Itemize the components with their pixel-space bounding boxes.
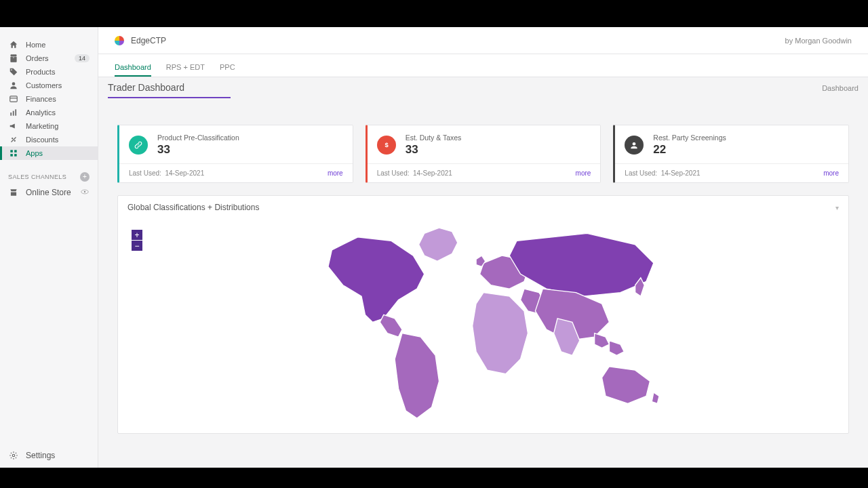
channel-label: Online Store <box>26 188 71 197</box>
map-body: + − <box>118 219 848 433</box>
link-icon <box>129 136 148 155</box>
sidebar-item-online-store[interactable]: Online Store <box>0 186 98 199</box>
card-value: 22 <box>653 143 726 157</box>
tab-rps-edt[interactable]: RPS + EDT <box>166 63 205 77</box>
svg-point-8 <box>12 138 13 139</box>
sidebar-item-label: Discounts <box>26 136 90 144</box>
svg-point-15 <box>84 190 85 192</box>
add-channel-button[interactable]: + <box>80 172 90 182</box>
svg-point-3 <box>12 82 16 85</box>
sidebar-item-label: Apps <box>26 149 90 157</box>
breadcrumb[interactable]: Dashboard <box>822 84 859 92</box>
card-value: 33 <box>157 143 239 157</box>
zoom-out-button[interactable]: − <box>132 241 142 251</box>
settings-label: Settings <box>26 451 55 460</box>
svg-point-16 <box>12 454 15 457</box>
sidebar-nav: Home Orders 14 Products Customers Financ… <box>0 27 98 443</box>
sidebar-item-apps[interactable]: Apps <box>0 146 98 160</box>
sidebar-item-settings[interactable]: Settings <box>0 443 98 468</box>
sidebar-item-orders[interactable]: Orders 14 <box>0 52 98 65</box>
orders-icon <box>8 53 19 64</box>
app-name: EdgeCTP <box>131 36 166 45</box>
sidebar-item-label: Analytics <box>26 108 90 117</box>
svg-text:$: $ <box>384 142 389 148</box>
svg-point-2 <box>11 69 12 70</box>
main: EdgeCTP by Morgan Goodwin Dashboard RPS … <box>98 27 868 468</box>
sidebar-item-label: Finances <box>26 95 90 103</box>
sidebar-item-discounts[interactable]: Discounts <box>0 133 98 146</box>
sidebar-item-customers[interactable]: Customers <box>0 79 98 92</box>
card-title: Est. Duty & Taxes <box>406 134 462 142</box>
svg-rect-6 <box>13 111 14 116</box>
sidebar-item-finances[interactable]: Finances <box>0 92 98 106</box>
view-store-icon[interactable] <box>80 187 90 199</box>
app-logo-icon <box>115 36 124 45</box>
sidebar-item-home[interactable]: Home <box>0 38 98 52</box>
card-product-pre-classification: Product Pre-Classification 33 Last Used:… <box>117 125 353 183</box>
sidebar-item-label: Products <box>26 68 90 76</box>
app-byline: by Morgan Goodwin <box>785 37 852 45</box>
svg-rect-7 <box>15 109 16 115</box>
map-panel: Global Classifications + Distributions ▾… <box>117 195 849 434</box>
section-header-label: SALES CHANNELS <box>8 174 66 180</box>
store-icon <box>8 187 19 198</box>
orders-badge: 14 <box>75 54 90 62</box>
person-icon <box>8 80 19 91</box>
sidebar-item-label: Home <box>26 41 90 49</box>
card-last-used: Last Used: 14-Sep-2021 <box>377 169 452 177</box>
svg-rect-4 <box>10 96 18 102</box>
svg-point-18 <box>633 142 636 146</box>
apps-icon <box>8 148 19 159</box>
sidebar-item-analytics[interactable]: Analytics <box>0 106 98 119</box>
finance-icon <box>8 94 19 104</box>
sidebar-item-label: Orders <box>26 54 75 62</box>
card-est-duty-taxes: $ Est. Duty & Taxes 33 Last Used: 14-Sep… <box>366 125 601 183</box>
gear-icon <box>8 450 19 461</box>
svg-rect-12 <box>10 154 13 157</box>
zoom-controls: + − <box>132 230 142 251</box>
card-value: 33 <box>406 143 462 157</box>
card-last-used: Last Used: 14-Sep-2021 <box>129 169 204 177</box>
map-title: Global Classifications + Distributions <box>127 203 259 212</box>
card-more-link[interactable]: more <box>576 169 591 177</box>
svg-rect-5 <box>10 113 12 116</box>
sidebar-item-label: Customers <box>26 81 90 89</box>
dollar-icon: $ <box>377 136 396 155</box>
tab-ppc[interactable]: PPC <box>220 63 235 77</box>
collapse-icon[interactable]: ▾ <box>835 204 839 211</box>
card-rest-party-screenings: Rest. Party Screenings 22 Last Used: 14-… <box>613 125 849 183</box>
discount-icon <box>8 134 19 145</box>
sidebar-item-marketing[interactable]: Marketing <box>0 119 98 133</box>
page-title-row: Trader Dashboard Dashboard <box>98 77 868 99</box>
svg-rect-10 <box>10 150 13 152</box>
card-title: Rest. Party Screenings <box>653 134 726 142</box>
app-viewport: Home Orders 14 Products Customers Financ… <box>0 27 868 468</box>
map-header: Global Classifications + Distributions ▾ <box>118 196 848 219</box>
tab-dashboard[interactable]: Dashboard <box>115 63 151 77</box>
page-title: Trader Dashboard <box>108 78 231 98</box>
tag-icon <box>8 66 19 77</box>
cards-row: Product Pre-Classification 33 Last Used:… <box>98 108 868 183</box>
card-title: Product Pre-Classification <box>157 134 239 142</box>
svg-point-9 <box>14 140 16 142</box>
card-more-link[interactable]: more <box>328 169 343 177</box>
svg-rect-11 <box>14 150 17 152</box>
content: Product Pre-Classification 33 Last Used:… <box>98 99 868 468</box>
sidebar-item-label: Marketing <box>26 122 90 130</box>
sales-channels-header: SALES CHANNELS + <box>0 160 98 186</box>
world-map[interactable] <box>127 223 839 425</box>
card-more-link[interactable]: more <box>823 169 839 177</box>
svg-rect-0 <box>11 55 16 56</box>
megaphone-icon <box>8 121 19 131</box>
avatar-icon <box>625 136 644 155</box>
app-tabs: Dashboard RPS + EDT PPC <box>98 54 868 77</box>
card-last-used: Last Used: 14-Sep-2021 <box>625 169 700 177</box>
app-header: EdgeCTP by Morgan Goodwin <box>98 27 868 54</box>
sidebar: Home Orders 14 Products Customers Financ… <box>0 27 98 468</box>
svg-rect-13 <box>14 154 17 157</box>
home-icon <box>8 39 19 50</box>
chart-icon <box>8 107 19 118</box>
sidebar-item-products[interactable]: Products <box>0 65 98 79</box>
zoom-in-button[interactable]: + <box>132 230 142 241</box>
